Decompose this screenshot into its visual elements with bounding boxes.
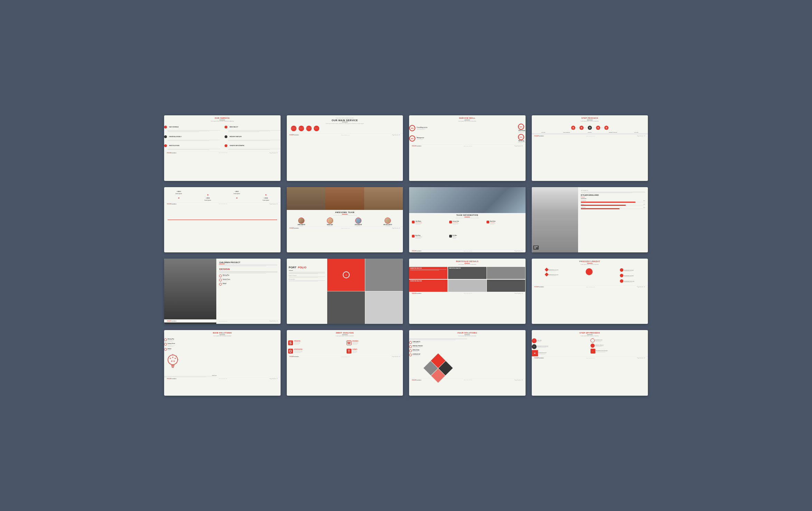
child-solution-2: Seminar Focus	[219, 279, 277, 281]
skill-bar-label-3: RESEARCH 60%	[581, 207, 645, 208]
skill-bar-fill-3	[581, 208, 620, 209]
slide-16-header: STEP UP PROCESS Lorem ipsum dolor sit am…	[532, 330, 648, 338]
service-icon-5	[164, 144, 167, 147]
slide-11-content: MARKETING ANALYSIS MARKETING ANALYSIS	[409, 267, 526, 292]
timeline-point-2: • 2012 Lorem ipsum	[205, 194, 211, 202]
service-icon-4	[225, 135, 227, 138]
brand-label-11: FOCUSPresentation	[412, 293, 421, 294]
skill-circle-2: 58%	[409, 135, 415, 142]
text-line	[168, 150, 209, 150]
slide-8-photo: SUPERDRY	[532, 187, 578, 252]
skill-bars: MARKETING 85% DESIGN 70% RESEARCH 60%	[581, 200, 645, 209]
svg-point-1	[580, 127, 582, 129]
slide-5: • 2010 Lorem ipsum • 2012 Lorem ipsum	[164, 187, 281, 252]
slide-2-content: Lorem ipsum dolor sit amet consectetur O…	[287, 115, 403, 133]
slide-11: PORTFOLIO DETAILS Lorem ipsum dolor sit …	[409, 259, 526, 324]
swot-w-letter: W	[347, 340, 351, 345]
brand-label-5: FOCUSPresentation	[167, 203, 176, 205]
solution-icon-3	[164, 348, 167, 351]
service-item-6: CREATIVE INFOGRAPHIC	[225, 142, 281, 150]
step-label-2: FIND PROBLEM	[555, 132, 578, 134]
child-icon-3	[219, 283, 222, 286]
page-number-9: Page Number: 13	[270, 320, 278, 322]
slide-2-footer: FOCUSPresentation www.yourdomain.com Pag…	[287, 133, 403, 136]
portfolio-folio: FOLIO	[298, 266, 306, 269]
timeline-title-2: Lorem ipsum	[205, 200, 211, 201]
slide-14-header: SWOT ANALYSIS Lorem ipsum dolor sit amet…	[287, 330, 403, 338]
page-number-4: Page Number: 07	[637, 135, 645, 137]
slide-3: SERVICE SKILL Lorem ipsum dolor sit amet…	[409, 115, 526, 181]
circle-label-2: CORPORATEDESIGN	[299, 127, 304, 129]
process-node-text-3: MARKETING ANALYSIS	[624, 270, 634, 272]
service-icon-6	[225, 144, 227, 147]
page-number-1: Page Number: 06	[270, 152, 278, 154]
brand-label-7: FOCUSPresentation	[412, 250, 421, 252]
timeline-dot-2	[207, 194, 209, 196]
page-number-14: Page Number: 18	[392, 356, 400, 357]
timeline-title-1: Lorem ipsum	[176, 193, 182, 194]
bulb-icon	[164, 352, 181, 373]
skill-pct-label-1: 70% Web design	[518, 124, 526, 133]
service-icon-1	[164, 126, 167, 128]
solution-1: Working Plan	[164, 338, 228, 341]
team-info-item-5: Mr. Allan Director	[449, 235, 485, 248]
page-number-2: Page Number: 05	[392, 134, 400, 136]
footer-url-2: www.yourdomain.com	[341, 135, 349, 136]
portfolio-item-5	[448, 280, 487, 292]
team-info-icon-2	[449, 221, 452, 223]
svg-point-15	[171, 360, 172, 362]
step-circle-e	[591, 344, 595, 348]
service-row-1: EASY EDITABLE MANY ABILITY	[164, 124, 281, 132]
service-item-2: MANY ABILITY	[225, 124, 281, 132]
slide-12-title: PROCESS LINKOUT	[535, 260, 645, 262]
portfolio-title-area: PORT FOLIO	[289, 263, 325, 270]
four-sol-1: LOAN QUALITY	[409, 341, 467, 344]
slide-7-header: TEAM INFORMATION Lorem ipsum dolor sit a…	[409, 213, 526, 219]
slide-9-photo	[164, 259, 216, 324]
step-circles	[532, 126, 648, 130]
team-info-icon-4	[412, 235, 415, 238]
slide-1-subtitle: Lorem ipsum dolor sit amet consectetur a…	[168, 120, 277, 122]
skill-name-right-2: Marketing	[519, 140, 526, 142]
service-circle-2: CORPORATEDESIGN	[299, 126, 304, 131]
portfolio-port: PORT	[289, 266, 296, 269]
slide-4: STEP PROCESS Lorem ipsum dolor sit amet …	[532, 115, 648, 181]
person-name: KYLER ENGLAND	[581, 194, 645, 196]
timeline-dot-1	[178, 197, 180, 199]
slide-14-title: SWOT ANALYSIS	[290, 332, 400, 334]
slide-10: PORT FOLIO Graphic Designer Photographer	[287, 259, 403, 324]
slide-6: AWESOME TEAM Lorem ipsum dolor sit amet …	[287, 187, 403, 252]
team-photos: JIMMY MARTIN Designer SARAH MAY Programm…	[287, 218, 403, 227]
slide-11-title: PORTFOLIO DETAILS	[413, 260, 522, 262]
skill-bar-label-1: MARKETING 85%	[581, 200, 645, 201]
team-info-grid: John Martin Graphic Designer Jeremy John…	[409, 219, 526, 249]
step-circle-c: M	[532, 350, 538, 356]
solution-text-1: Working Plan	[168, 338, 174, 341]
child-icon-1	[219, 274, 222, 277]
swot-o: O OPPORTUNITIES	[287, 347, 344, 355]
child-icon-2	[219, 279, 222, 281]
slide-4-subtitle: Lorem ipsum dolor sit amet consectetur	[535, 120, 645, 122]
slide-16-subtitle: Lorem ipsum dolor sit amet consectetur	[535, 335, 645, 337]
team-member-4: MELISA LORETO Programmer	[384, 218, 392, 227]
timeline-line	[168, 220, 277, 220]
step-up-text-4: BUSINESS PLAN	[595, 339, 602, 341]
svg-point-13	[172, 357, 173, 358]
slide-1-header: OUR SERVICE Lorem ipsum dolor sit amet c…	[164, 115, 281, 124]
slide-6-subtitle: Lorem ipsum dolor sit amet consectetur a…	[290, 215, 400, 216]
step-circle-5	[604, 126, 608, 130]
page-number-15: Page Number: 19	[514, 379, 523, 381]
svg-line-10	[176, 356, 177, 356]
solution-text-2: Seminar Focus Steve King	[168, 343, 175, 346]
process-node-4: MARKETING ANALYSIS	[620, 274, 634, 278]
swot-s-content: STRENGTHS	[294, 340, 301, 344]
child-solution-1: Working Plan	[219, 274, 277, 277]
team-avatar-3	[355, 218, 361, 224]
service-label-1: EASY EDITABLE	[169, 126, 179, 128]
brand-label-16: FOCUSPresentation	[535, 357, 544, 359]
step-up-row-3: M MARKETING TEAM	[532, 350, 589, 356]
child-text-2: Seminar Focus	[223, 279, 230, 281]
step-connector-4	[601, 128, 604, 128]
slide-8: SUPERDRY INFORMATION KYLER ENGLAND Desig…	[532, 187, 648, 252]
footer-url-14: www.yourdomain.com	[341, 356, 349, 357]
